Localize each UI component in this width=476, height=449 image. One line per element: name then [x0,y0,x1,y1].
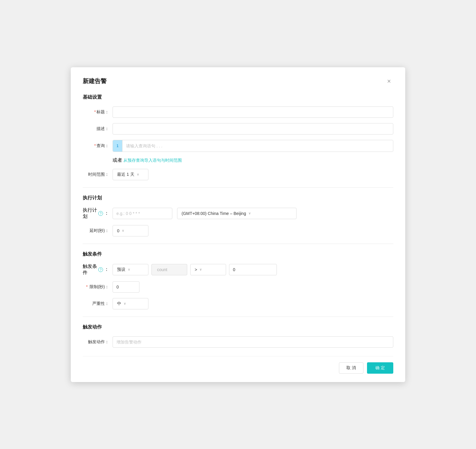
limit-input[interactable] [113,281,139,293]
action-label: 触发动作： [83,339,113,345]
trigger-section: 触发条件 触发条件 ? ： 预设 ∨ [83,251,393,309]
import-query-link[interactable]: 从预存查询导入语句与时间范围 [123,158,182,163]
query-required-mark: * [94,143,96,148]
severity-value: 中 [117,301,121,306]
query-link-prefix: 或者 [113,158,122,163]
description-row: 描述： [83,123,393,135]
schedule-label: 执行计划 [83,207,97,220]
description-input[interactable] [113,123,393,135]
timezone-select[interactable]: (GMT+08:00) China Time – Beijing ∨ [177,208,297,219]
trigger-inputs-row: 预设 ∨ count > ∨ [113,264,393,275]
query-field-wrapper: 1 [113,140,393,152]
timezone-value: (GMT+08:00) China Time – Beijing [182,211,246,216]
time-range-label: 时间范围： [83,172,113,177]
limit-row: * 限制(秒)： [83,281,393,293]
threshold-input[interactable] [229,264,277,275]
action-row: 触发动作： [83,336,393,348]
divider-2 [83,244,393,244]
severity-row: 严重性： 中 ∨ [83,298,393,309]
title-required-mark: * [94,109,96,114]
delay-select-wrapper: 0 ∨ [113,225,148,236]
condition-preset-chevron-icon: ∨ [128,268,130,271]
operator-select-wrapper: > ∨ [190,264,226,275]
schedule-section: 执行计划 执行计划 ? ： (GMT+08:00) China Time – B… [83,195,393,236]
severity-label: 严重性： [83,301,113,306]
schedule-input[interactable] [113,208,172,219]
query-input-wrapper: 1 [113,140,393,152]
description-label: 描述： [83,126,113,132]
trigger-condition-label: 触发条件 [83,263,97,276]
delay-value: 0 [117,228,119,233]
limit-label: * 限制(秒)： [83,284,113,290]
condition-preset-value: 预设 [117,267,125,272]
query-label: *查询： [83,143,113,149]
time-range-select-wrapper: 最近 1 天 ∨ [113,169,148,180]
dialog-header: 新建告警 × [83,77,393,86]
count-label: count [157,267,167,272]
severity-field-wrapper: 中 ∨ [113,298,393,309]
condition-preset-select[interactable]: 预设 ∨ [113,264,148,275]
delay-chevron-icon: ∨ [122,229,124,233]
time-range-chevron-icon: ∨ [137,172,139,176]
condition-preset-wrapper: 预设 ∨ [113,264,148,275]
timezone-chevron-icon: ∨ [248,211,251,215]
action-input[interactable] [113,336,393,348]
title-row: *标题： [83,106,393,118]
delay-row: 延时(秒)： 0 ∨ [83,225,393,236]
close-button[interactable]: × [385,77,393,86]
query-link-row: 或者 从预存查询导入语句与时间范围 [113,157,393,164]
trigger-condition-help-icon[interactable]: ? [98,267,103,272]
severity-select-wrapper: 中 ∨ [113,298,148,309]
confirm-button[interactable]: 确 定 [367,362,393,374]
action-section-title: 触发动作 [83,324,393,330]
schedule-inputs-row: (GMT+08:00) China Time – Beijing ∨ [113,208,393,219]
action-section: 触发动作 触发动作： [83,324,393,348]
divider-3 [83,317,393,317]
limit-field-wrapper [113,281,393,293]
operator-select[interactable]: > ∨ [190,264,226,275]
trigger-condition-row: 触发条件 ? ： 预设 ∨ count [83,263,393,276]
cancel-button[interactable]: 取 消 [339,362,363,374]
title-input[interactable] [113,106,393,118]
trigger-condition-label-wrapper: 触发条件 ? ： [83,263,113,276]
dialog-footer: 取 消 确 定 [83,356,393,374]
query-input[interactable] [122,140,393,152]
time-range-select[interactable]: 最近 1 天 ∨ [113,169,148,180]
description-field-wrapper [113,123,393,135]
time-range-field-wrapper: 最近 1 天 ∨ [113,169,393,180]
action-field-wrapper [113,336,393,348]
schedule-row: 执行计划 ? ： (GMT+08:00) China Time – Beijin… [83,207,393,220]
timezone-select-wrapper: (GMT+08:00) China Time – Beijing ∨ [177,208,297,219]
divider-1 [83,187,393,188]
dialog-title: 新建告警 [83,77,107,85]
operator-value: > [195,267,197,272]
title-label: *标题： [83,109,113,115]
delay-select[interactable]: 0 ∨ [113,225,148,236]
time-range-value: 最近 1 天 [117,172,134,177]
delay-label: 延时(秒)： [83,228,113,233]
schedule-label-wrapper: 执行计划 ? ： [83,207,113,220]
schedule-section-title: 执行计划 [83,195,393,201]
basic-settings-section: 基础设置 *标题： 描述： *查询： 1 [83,94,393,180]
new-alert-dialog: 新建告警 × 基础设置 *标题： 描述： *查询： [71,67,405,382]
severity-chevron-icon: ∨ [124,302,126,306]
operator-chevron-icon: ∨ [199,268,202,271]
title-field-wrapper [113,106,393,118]
query-row: *查询： 1 [83,140,393,152]
schedule-field-wrapper: (GMT+08:00) China Time – Beijing ∨ [113,208,393,219]
count-badge: count [151,264,187,275]
basic-settings-title: 基础设置 [83,94,393,100]
trigger-condition-field-wrapper: 预设 ∨ count > ∨ [113,264,393,275]
schedule-help-icon[interactable]: ? [98,211,103,216]
severity-select[interactable]: 中 ∨ [113,298,148,309]
limit-required-mark: * [86,284,87,289]
delay-field-wrapper: 0 ∨ [113,225,393,236]
trigger-section-title: 触发条件 [83,251,393,257]
time-range-row: 时间范围： 最近 1 天 ∨ [83,169,393,180]
query-badge: 1 [113,140,122,152]
